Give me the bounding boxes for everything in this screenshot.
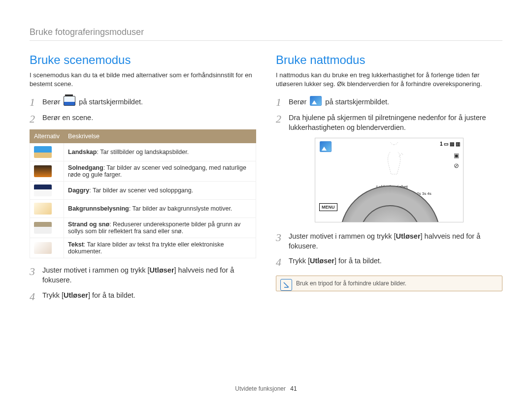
night-desc: I nattmodus kan du bruke en treg lukkerh…	[276, 71, 502, 88]
scene-step-2: 2 Berør en scene.	[30, 113, 256, 124]
table-row: Daggry: Tar bilder av scener ved soloppg…	[30, 182, 256, 200]
step-text: Juster motivet i rammen og trykk [Utløse…	[42, 265, 256, 285]
sunset-icon	[34, 165, 52, 177]
step-text: Dra hjulene på skjermen til pilretningen…	[289, 113, 502, 133]
step-text: Trykk [Utløser] for å ta bildet.	[289, 256, 502, 266]
step-text: Trykk [Utløser] for å ta bildet.	[42, 290, 256, 300]
note-text: Bruk en tripod for å forhindre uklare bi…	[296, 280, 406, 287]
scene-step-1: 1 Berør på startskjermbildet.	[30, 96, 256, 108]
night-mode-icon	[320, 141, 332, 152]
table-row: Tekst: Tar klare bilder av tekst fra try…	[30, 238, 256, 258]
note-icon	[280, 279, 292, 291]
backlit-icon	[34, 203, 52, 215]
tip-note: Bruk en tripod for å forhindre uklare bi…	[276, 276, 502, 291]
step-number: 1	[276, 96, 289, 108]
breadcrumb: Bruke fotograferingsmoduser	[30, 27, 502, 41]
step-number: 2	[276, 113, 289, 124]
col-scene-mode: Bruke scenemodus I scenemodus kan du ta …	[30, 53, 256, 307]
silhouette-icon	[384, 142, 404, 177]
scene-title: Bruke scenemodus	[30, 53, 256, 67]
night-mode-icon	[310, 96, 322, 106]
beach-snow-icon	[34, 222, 52, 234]
footer-section: Utvidete funksjoner	[235, 385, 286, 392]
col-description: Beskrivelse	[64, 130, 256, 143]
scene-steps: 1 Berør på startskjermbildet. 2 Berør en…	[30, 96, 256, 124]
table-row: Solnedgang: Tar bilder av scener ved sol…	[30, 161, 256, 182]
step-number: 1	[30, 96, 42, 108]
aperture-dial	[360, 205, 421, 222]
scene-steps-cont: 3 Juster motivet i rammen og trykk [Utlø…	[30, 265, 256, 302]
scene-desc: I scenemodus kan du ta et bilde med alte…	[30, 71, 256, 88]
step-text: Juster motivet i rammen og trykk [Utløse…	[289, 231, 502, 251]
table-row: Strand og snø: Reduserer undereksponerte…	[30, 218, 256, 238]
scene-step-4: 4 Trykk [Utløser] for å ta bildet.	[30, 290, 256, 302]
dawn-icon	[34, 185, 52, 196]
night-steps: 1 Berør på startskjermbildet. 2 Dra hjul…	[276, 96, 502, 133]
step-text: Berør en scene.	[42, 113, 256, 123]
table-row: Landskap: Tar stillbilder og landskapsbi…	[30, 143, 256, 161]
page-number: 41	[290, 385, 297, 392]
scn-mode-icon	[64, 96, 75, 106]
status-bar: 1 ▭ ▤ ▥	[440, 141, 460, 147]
step-text: Berør på startskjermbildet.	[289, 96, 502, 107]
camera-lcd-preview: 1 ▭ ▤ ▥ ▣ ⊘ Lukkerhastighet Auto Auto 1s…	[315, 138, 464, 222]
step-text: Berør på startskjermbildet.	[42, 96, 256, 107]
battery-icon: ▭ ▤ ▥	[444, 141, 460, 147]
night-step-2: 2 Dra hjulene på skjermen til pilretning…	[276, 113, 502, 133]
night-step-1: 1 Berør på startskjermbildet.	[276, 96, 502, 108]
landscape-icon	[34, 146, 52, 158]
step-number: 2	[30, 113, 42, 124]
ev-icon: ▣	[454, 152, 459, 159]
step-number: 4	[30, 290, 42, 302]
text-icon	[34, 242, 52, 254]
col-night-mode: Bruke nattmodus I nattmodus kan du bruke…	[276, 53, 502, 307]
col-alternative: Alternativ	[30, 130, 64, 143]
step-number: 3	[276, 231, 289, 243]
menu-button: MENU	[319, 203, 337, 211]
flash-off-icon: ⊘	[454, 162, 459, 169]
page-footer: Utvidete funksjoner 41	[0, 385, 532, 392]
night-step-3: 3 Juster motivet i rammen og trykk [Utlø…	[276, 231, 502, 251]
content-columns: Bruke scenemodus I scenemodus kan du ta …	[30, 53, 502, 307]
scene-table: Alternativ Beskrivelse Landskap: Tar sti…	[30, 129, 256, 258]
table-row: Bakgrunnsbelysning: Tar bilder av bakgru…	[30, 200, 256, 218]
night-steps-cont: 3 Juster motivet i rammen og trykk [Utlø…	[276, 231, 502, 268]
scene-step-3: 3 Juster motivet i rammen og trykk [Utlø…	[30, 265, 256, 285]
night-step-4: 4 Trykk [Utløser] for å ta bildet.	[276, 256, 502, 268]
manual-page: Bruke fotograferingsmoduser Bruke scenem…	[0, 0, 532, 401]
step-number: 3	[30, 265, 42, 277]
night-title: Bruke nattmodus	[276, 53, 502, 67]
step-number: 4	[276, 256, 289, 268]
